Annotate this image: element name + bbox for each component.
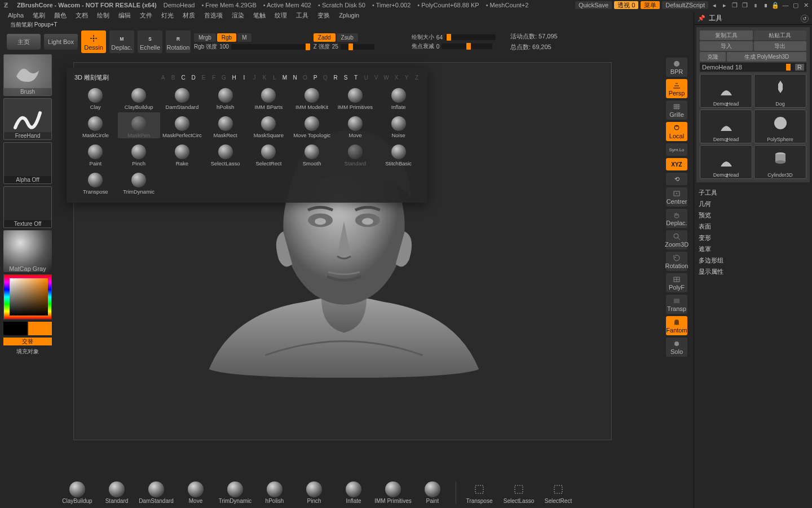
chevron-left-icon[interactable]: ◂ [710, 1, 718, 9]
polyframe-button[interactable]: PolyF [666, 273, 687, 292]
menu-light[interactable]: 灯光 [157, 10, 178, 20]
menu-render[interactable]: 渲染 [227, 10, 249, 20]
accordion-几何[interactable]: 几何 [699, 198, 807, 209]
quicksave-button[interactable]: QuickSave [575, 1, 612, 9]
alpha-V[interactable]: V [373, 75, 379, 81]
brush-paint[interactable]: Paint [74, 141, 117, 167]
alpha-X[interactable]: X [394, 75, 399, 81]
alpha-N[interactable]: N [292, 75, 298, 81]
tool-thumb-polysphere[interactable]: PolySphere [754, 110, 806, 143]
brush-maskperfectcirc[interactable]: MaskPerfectCirc [161, 112, 204, 138]
rgb-intensity-slider[interactable]: Rgb 强度 100 [194, 43, 310, 51]
brush-picker[interactable]: Brush [3, 54, 52, 96]
link-button[interactable]: ⟲ [666, 173, 687, 185]
alpha-T[interactable]: T [353, 75, 359, 81]
menu-tool[interactable]: 工具 [292, 10, 313, 20]
alpha-Q[interactable]: Q [323, 75, 328, 81]
accordion-遮罩[interactable]: 遮罩 [699, 243, 807, 255]
alpha-G[interactable]: G [221, 75, 227, 81]
active-tool-slider[interactable]: DemoHead 18 R [700, 63, 806, 72]
brush-selectrect[interactable]: SelectRect [248, 141, 290, 167]
rotate-mode-button[interactable]: R Rotation [166, 30, 191, 53]
alpha-F[interactable]: F [211, 75, 217, 81]
persp-button[interactable]: Persp [666, 79, 687, 98]
zsub-button[interactable]: Zsub [337, 33, 358, 42]
alpha-Z[interactable]: Z [414, 75, 420, 81]
grid-button[interactable]: Grille [666, 100, 687, 120]
move-mode-button[interactable]: M Deplac. [109, 30, 134, 53]
color-picker[interactable] [3, 274, 52, 319]
shelf-claybuildup[interactable]: ClayBuildup [59, 481, 96, 504]
symlock-button[interactable]: Sym.Lo [666, 143, 687, 156]
alpha-L[interactable]: L [272, 75, 277, 81]
minimize-icon[interactable]: — [782, 1, 789, 9]
tool-thumb-demohead[interactable]: 2DemoHead [700, 74, 752, 108]
shelf-paint[interactable]: Paint [414, 481, 451, 504]
menu-document[interactable]: 文档 [71, 10, 92, 20]
brush-smooth[interactable]: Smooth [291, 141, 333, 167]
tool-thumb-cylinder3d[interactable]: Cylinder3D [754, 145, 806, 179]
alpha-R[interactable]: R [333, 75, 338, 81]
ghost-button[interactable]: Fantom [666, 316, 687, 335]
brush-selectlasso[interactable]: SelectLasso [204, 141, 246, 167]
windows2-icon[interactable]: ❐ [741, 1, 749, 9]
accordion-表面[interactable]: 表面 [699, 221, 807, 232]
panel-reset-icon[interactable]: ↺ [801, 15, 809, 23]
alpha-D[interactable]: D [191, 75, 196, 81]
brush-maskcircle[interactable]: MaskCircle [74, 112, 117, 138]
mrgb-button[interactable]: Mrgb [194, 33, 216, 42]
alpha-B[interactable]: B [170, 75, 176, 81]
brush-pinch[interactable]: Pinch [118, 141, 160, 167]
brush-imm-modelkit[interactable]: IMM ModelKit [291, 84, 333, 110]
z-intensity-slider[interactable]: Z 强度 25 [314, 43, 374, 51]
zscript-button[interactable]: DefaultZScript [662, 1, 708, 9]
menu-file[interactable]: 文件 [135, 10, 157, 20]
menu-draw[interactable]: 绘制 [92, 10, 114, 20]
alpha-Y[interactable]: Y [404, 75, 409, 81]
brush-trimdynamic[interactable]: TrimDynamic [118, 169, 160, 195]
swatch-primary[interactable] [28, 322, 52, 335]
brush-maskrect[interactable]: MaskRect [204, 112, 246, 138]
tool-thumb-dog[interactable]: Dog [754, 74, 806, 108]
material-picker[interactable]: MatCap Gray [3, 230, 52, 272]
shelf-inflate[interactable]: Inflate [335, 481, 372, 504]
texture-picker[interactable]: Texture Off [3, 186, 52, 228]
copy-tool-button[interactable]: 复制工具 [700, 30, 753, 40]
move-view-button[interactable]: Deplac. [666, 209, 687, 228]
m-button[interactable]: M [237, 33, 251, 42]
menu-material[interactable]: 材质 [178, 10, 200, 20]
alpha-I[interactable]: I [241, 75, 247, 81]
accordion-预览[interactable]: 预览 [699, 209, 807, 221]
alpha-U[interactable]: U [363, 75, 369, 81]
shelf-imm-primitives[interactable]: IMM Primitives [374, 481, 412, 504]
draw-mode-button[interactable]: Dessin [81, 30, 106, 53]
menu-texture[interactable]: 纹理 [270, 10, 292, 20]
active-tool-r[interactable]: R [795, 64, 804, 71]
brush-inflate[interactable]: Inflate [377, 84, 420, 110]
alpha-J[interactable]: J [251, 75, 257, 81]
brush-rake[interactable]: Rake [161, 141, 204, 167]
focal-shift-slider[interactable]: 焦点衰减 0 [412, 42, 496, 50]
menu-toggle-button[interactable]: 菜单 [641, 1, 660, 9]
menu-transform[interactable]: 变换 [313, 10, 334, 20]
see-button[interactable]: 透视 0 [614, 1, 638, 9]
brush-imm-bparts[interactable]: IMM BParts [248, 84, 290, 110]
shelf-damstandard[interactable]: DamStandard [138, 481, 175, 504]
tool-thumb-demohead[interactable]: 2DemoHead [700, 110, 752, 143]
alpha-M[interactable]: M [282, 75, 288, 81]
zoom-button[interactable]: Zoom3D [666, 230, 687, 249]
brush-maskpen[interactable]: MaskPen [118, 112, 160, 138]
alpha-A[interactable]: A [160, 75, 166, 81]
transp-button[interactable]: Transp [666, 295, 687, 314]
center-button[interactable]: Centrer [666, 187, 687, 207]
windows-icon[interactable]: ❐ [731, 1, 739, 9]
shelf-move[interactable]: Move [177, 481, 214, 504]
alpha-S[interactable]: S [343, 75, 348, 81]
pin-icon[interactable]: 📌 [698, 15, 705, 22]
brush-imm-primitives[interactable]: IMM Primitives [334, 84, 377, 110]
alpha-P[interactable]: P [312, 75, 318, 81]
paste-tool-button[interactable]: 粘贴工具 [754, 30, 807, 40]
menu-alpha[interactable]: Alpha [3, 10, 28, 20]
swatch-secondary[interactable] [3, 322, 27, 335]
shelf-trimdynamic[interactable]: TrimDynamic [217, 481, 254, 504]
